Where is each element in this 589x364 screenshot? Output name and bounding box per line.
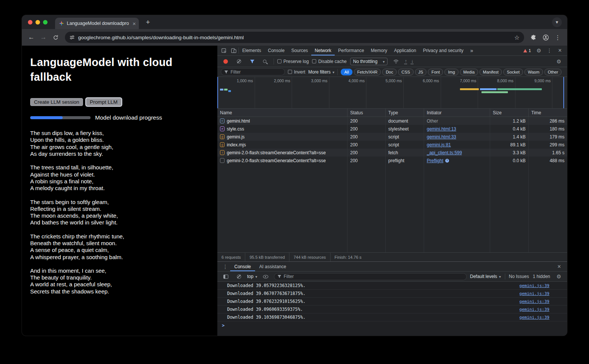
table-row[interactable]: gemini.html 200 document Other 1.2 kB 28… [217, 117, 567, 125]
prompt-llm-button[interactable]: Prompt LLM [86, 98, 121, 106]
clear-network-log-button[interactable] [234, 57, 244, 66]
column-header-initiator[interactable]: Initiator [424, 109, 490, 117]
filter-chip-img[interactable]: Img [444, 69, 458, 75]
message-source-link[interactable]: gemini.js:39 [520, 283, 549, 288]
drawer-menu-button[interactable] [220, 263, 230, 271]
initiator-link[interactable]: gemini.html:33 [427, 134, 456, 140]
overview-selection-right-handle[interactable] [563, 77, 564, 108]
devtools-tab-privacy-and-security[interactable]: Privacy and security [420, 46, 467, 55]
more-filters-select[interactable]: More filters [308, 69, 334, 75]
hidden-messages-count[interactable]: 1 hidden [533, 274, 550, 279]
network-settings-button[interactable] [554, 57, 564, 66]
table-row[interactable]: style.css 200 stylesheet gemini.html:13 … [217, 125, 567, 133]
table-row[interactable]: index.mjs 200 script gemini.js:81 89.1 k… [217, 141, 567, 149]
devtools-menu-button[interactable] [544, 46, 554, 55]
tab-close-icon[interactable] [132, 20, 136, 27]
minimize-window-button[interactable] [35, 20, 40, 25]
issues-badge[interactable]: 1 [521, 48, 533, 53]
console-filter-input[interactable]: Filter [274, 273, 467, 280]
filter-chip-doc[interactable]: Doc [382, 69, 397, 75]
reload-button[interactable] [50, 32, 61, 43]
filter-toggle-button[interactable] [247, 57, 257, 66]
drawer-tab-console[interactable]: Console [230, 262, 255, 271]
inspect-element-button[interactable] [219, 46, 229, 55]
devtools-tab-memory[interactable]: Memory [368, 46, 391, 55]
devtools-tab-elements[interactable]: Elements [239, 46, 265, 55]
new-tab-button[interactable] [143, 17, 153, 28]
issues-status[interactable]: No Issues [509, 274, 529, 279]
device-toolbar-button[interactable] [229, 46, 238, 55]
site-info-icon[interactable] [69, 35, 75, 40]
initiator-link[interactable]: Preflight [427, 158, 443, 163]
execution-context-select[interactable]: top [247, 274, 257, 279]
preserve-log-checkbox[interactable]: Preserve log [277, 59, 309, 64]
create-live-expression-button[interactable] [261, 272, 271, 281]
devtools-tab-sources[interactable]: Sources [288, 46, 311, 55]
table-row[interactable]: gemini-2.0-flash:streamGenerateContent?a… [217, 157, 567, 164]
table-row[interactable]: gemini.js 200 script gemini.html:33 1.4 … [217, 133, 567, 141]
console-settings-button[interactable] [554, 272, 564, 281]
message-source-link[interactable]: gemini.js:39 [520, 315, 549, 320]
drawer-close-button[interactable] [554, 263, 564, 271]
table-row[interactable]: gemini-2.0-flash:streamGenerateContent?a… [217, 149, 567, 157]
console-sidebar-toggle[interactable] [221, 272, 231, 281]
clear-console-button[interactable] [234, 272, 244, 281]
column-header-type[interactable]: Type [386, 109, 424, 117]
message-source-link[interactable]: gemini.js:39 [520, 291, 549, 296]
filter-chip-all[interactable]: All [341, 69, 352, 75]
initiator-link[interactable]: gemini.html:13 [427, 126, 456, 132]
invert-checkbox[interactable]: Invert [288, 69, 305, 75]
filter-chip-media[interactable]: Media [460, 69, 478, 75]
drawer-tab-ai-assistance[interactable]: AI assistance [255, 262, 290, 271]
import-har-button[interactable] [404, 59, 407, 64]
search-network-button[interactable] [260, 57, 270, 66]
devtools-tab-console[interactable]: Console [265, 46, 288, 55]
devtools-close-button[interactable] [555, 46, 565, 55]
devtools-tab-network[interactable]: Network [311, 46, 335, 55]
column-header-status[interactable]: Status [348, 109, 386, 117]
filter-chip-font[interactable]: Font [428, 69, 443, 75]
close-window-button[interactable] [28, 20, 32, 25]
column-header-time[interactable]: Time [529, 109, 567, 117]
devtools-tab-application[interactable]: Application [391, 46, 420, 55]
overview-selection-left-handle[interactable] [217, 77, 218, 108]
tab-search-button[interactable] [552, 17, 562, 27]
filter-chip-manifest[interactable]: Manifest [480, 69, 502, 75]
network-filter-input[interactable]: Filter [221, 68, 285, 75]
message-source-link[interactable]: gemini.js:39 [520, 307, 549, 312]
network-conditions-button[interactable] [391, 57, 401, 66]
zoom-window-button[interactable] [43, 20, 48, 25]
export-har-button[interactable] [411, 59, 414, 64]
create-llm-session-button[interactable]: Create LLM session [30, 98, 83, 106]
bookmark-star-icon[interactable] [514, 34, 520, 41]
record-network-log-button[interactable] [221, 57, 231, 66]
devtools-tab-performance[interactable]: Performance [335, 46, 368, 55]
disable-cache-checkbox[interactable]: Disable cache [312, 59, 346, 64]
column-header-name[interactable]: Name [217, 109, 348, 117]
console-message: Downloaded 39.05792236328125%. gemini.js… [217, 282, 567, 290]
filter-chip-js[interactable]: JS [415, 69, 427, 75]
more-tabs-button[interactable] [467, 46, 477, 55]
filter-chip-css[interactable]: CSS [398, 69, 414, 75]
browser-menu-button[interactable] [552, 32, 563, 43]
info-icon[interactable] [445, 159, 449, 163]
console-prompt[interactable]: > [217, 321, 567, 329]
filter-chip-fetch-xhr[interactable]: Fetch/XHR [354, 69, 381, 75]
throttling-select[interactable]: No throttling [350, 58, 388, 65]
profile-button[interactable] [540, 32, 551, 43]
log-levels-select[interactable]: Default levels [470, 274, 501, 279]
filter-chip-socket[interactable]: Socket [503, 69, 523, 75]
devtools-settings-button[interactable] [534, 46, 544, 55]
initiator-link[interactable]: _api_client.ts:599 [427, 150, 462, 155]
browser-tab[interactable]: LanguageModel downloadpro [55, 18, 139, 29]
address-bar[interactable]: googlechrome.github.io/samples/downloadi… [65, 32, 524, 43]
message-source-link[interactable]: gemini.js:39 [520, 299, 549, 304]
network-overview-strip[interactable]: 1,000 ms 2,000 ms 3,000 ms 4,000 ms 5,00… [217, 77, 567, 109]
back-button[interactable] [26, 32, 37, 43]
initiator-link[interactable]: gemini.js:81 [427, 142, 451, 147]
column-header-size[interactable]: Size [490, 109, 529, 117]
extensions-button[interactable] [528, 32, 539, 43]
forward-button[interactable] [38, 32, 49, 43]
filter-chip-wasm[interactable]: Wasm [524, 69, 543, 75]
filter-chip-other[interactable]: Other [544, 69, 562, 75]
